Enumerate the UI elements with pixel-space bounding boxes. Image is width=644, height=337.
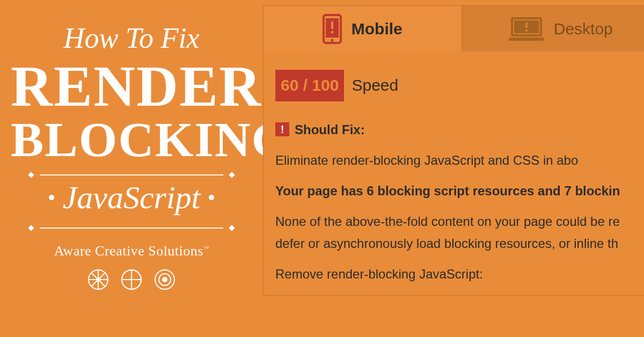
svg-rect-20	[525, 23, 528, 28]
wheel-icon	[121, 269, 142, 290]
svg-rect-16	[331, 31, 333, 33]
decor-dot	[209, 195, 214, 200]
title-word-blocking: BLOCKING	[11, 116, 252, 163]
alert-icon: !	[275, 122, 289, 136]
score-label: Speed	[352, 73, 398, 98]
brand-name: Aware Creative Solutions™	[11, 243, 252, 259]
results-content: 60 / 100 Speed ! Should Fix: Eliminate r…	[263, 52, 644, 296]
should-fix-heading: ! Should Fix:	[275, 120, 644, 140]
svg-point-14	[331, 39, 333, 41]
tab-desktop[interactable]: Desktop	[462, 6, 645, 52]
title-script-bottom-row: JavaScript	[11, 179, 252, 216]
title-script-bottom: JavaScript	[63, 179, 201, 216]
tab-bar: Mobile Desktop	[263, 5, 644, 52]
svg-rect-19	[509, 38, 544, 41]
compass-icon	[87, 269, 109, 290]
tab-label: Mobile	[352, 20, 402, 38]
tab-label: Desktop	[554, 20, 613, 38]
tab-mobile[interactable]: Mobile	[264, 6, 462, 52]
svg-point-11	[163, 277, 167, 282]
desktop-alert-icon	[509, 16, 544, 42]
svg-rect-15	[331, 21, 333, 29]
svg-rect-21	[525, 30, 528, 32]
title-script-top: How To Fix	[11, 21, 252, 55]
issue-detail-line: None of the above-the-fold content on yo…	[275, 211, 644, 231]
divider	[29, 173, 235, 177]
brand-icons	[11, 269, 252, 290]
target-icon	[154, 269, 175, 290]
issue-title: Eliminate render-blocking JavaScript and…	[275, 150, 644, 170]
pagespeed-panel: Mobile Desktop 60 / 100 Speed ! S	[263, 5, 644, 296]
issue-summary: Your page has 6 blocking script resource…	[275, 181, 644, 201]
score-row: 60 / 100 Speed	[275, 70, 644, 101]
mobile-alert-icon	[323, 14, 342, 44]
divider	[29, 226, 235, 230]
title-card: How To Fix RENDER BLOCKING JavaScript Aw…	[0, 0, 263, 337]
should-fix-label: Should Fix:	[295, 120, 365, 140]
issue-action: Remove render-blocking JavaScript:	[275, 264, 644, 284]
decor-dot	[49, 195, 54, 200]
issue-detail-line: defer or asynchronously load blocking re…	[275, 233, 644, 253]
score-badge: 60 / 100	[275, 70, 344, 101]
title-word-render: RENDER	[11, 59, 252, 114]
